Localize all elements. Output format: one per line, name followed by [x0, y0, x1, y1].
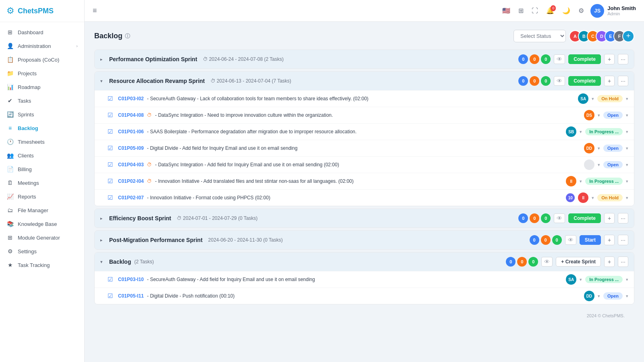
sprint-more-btn[interactable]: ···	[618, 257, 628, 267]
task-expand-icon[interactable]: ▾	[592, 96, 594, 101]
task-id[interactable]: C01P03-I10	[118, 277, 144, 282]
sprint-start-btn[interactable]: Start	[580, 235, 601, 245]
task-id[interactable]: C01P04-I03	[118, 162, 144, 168]
sidebar-item-proposals[interactable]: 📋 Proposals (CoCo)	[0, 53, 84, 66]
task-status-chevron[interactable]: ▾	[626, 162, 628, 168]
sprint-add-btn[interactable]: +	[604, 213, 615, 223]
sidebar-item-clients[interactable]: 👥 Clients	[0, 149, 84, 162]
flag-icon[interactable]: 🇺🇸	[501, 5, 512, 16]
sidebar-item-knowledge-base[interactable]: 📚 Knowledge Base	[0, 217, 84, 231]
task-avatar: DD	[584, 143, 594, 153]
sprint-header[interactable]: ▸ Performance Optimization Sprint ⏱ 2024…	[95, 50, 634, 68]
sidebar-item-projects[interactable]: 📁 Projects	[0, 66, 84, 80]
task-status-badge: In Progress ...	[585, 276, 623, 283]
sidebar-item-task-tracking[interactable]: ★ Task Tracking	[0, 258, 84, 272]
sprint-badges: 0 0 0	[518, 213, 551, 223]
task-status-chevron[interactable]: ▾	[626, 195, 628, 201]
task-status-chevron[interactable]: ▾	[626, 277, 628, 282]
task-status-chevron[interactable]: ▾	[626, 129, 628, 134]
sprint-complete-btn[interactable]: Complete	[568, 213, 601, 223]
notifications-icon[interactable]: 🔔 0	[545, 5, 556, 16]
badge-orange: 0	[530, 76, 539, 86]
sprint-toggle-icon: ▾	[100, 259, 106, 265]
task-status-chevron[interactable]: ▾	[626, 146, 628, 151]
task-checkbox[interactable]: ☑	[108, 128, 115, 135]
fullscreen-icon[interactable]: ⛶	[530, 6, 540, 16]
sprint-date: 2024-06-20 - 2024-11-30 (0 Tasks)	[208, 237, 283, 243]
task-expand-icon[interactable]: ▾	[592, 195, 594, 201]
sidebar-item-timesheets[interactable]: 🕐 Timesheets	[0, 135, 84, 149]
sidebar-item-sprints[interactable]: 🔄 Sprints	[0, 108, 84, 121]
sprint-header[interactable]: ▸ Efficiency Boost Sprint ⏱ 2024-07-01 -…	[95, 209, 634, 228]
sidebar-item-module-generator[interactable]: ⊞ Module Generator	[0, 231, 84, 244]
sprint-add-btn[interactable]: +	[604, 54, 615, 64]
sprint-eye-btn[interactable]: 👁	[541, 257, 553, 267]
sprint-complete-btn[interactable]: Complete	[568, 54, 601, 64]
task-checkbox[interactable]: ☑	[108, 145, 115, 152]
task-expand-icon[interactable]: ▾	[580, 179, 582, 184]
task-checkbox[interactable]: ☑	[108, 95, 115, 102]
sprint-more-btn[interactable]: ···	[618, 235, 628, 245]
task-expand-icon[interactable]: ▾	[598, 113, 600, 118]
task-status-chevron[interactable]: ▾	[626, 294, 628, 299]
apps-icon[interactable]: ⊞	[517, 5, 525, 16]
task-id[interactable]: C01P02-I07	[118, 195, 144, 201]
sprint-more-btn[interactable]: ···	[618, 76, 628, 86]
sprint-header[interactable]: ▾ Resource Allocation Revamp Sprint ⏱ 20…	[95, 72, 634, 90]
sprint-create-btn[interactable]: + Create Sprint	[556, 257, 601, 267]
hamburger-button[interactable]: ≡	[93, 6, 97, 15]
sprint-eye-btn[interactable]: 👁	[565, 235, 576, 245]
task-id[interactable]: C01P04-I08	[118, 112, 144, 118]
sprint-badges: 0 0 0	[530, 235, 562, 245]
sprint-eye-btn[interactable]: 👁	[554, 76, 565, 86]
sidebar-item-backlog[interactable]: ≡ Backlog	[0, 121, 84, 135]
add-member-button[interactable]: +	[622, 30, 634, 42]
task-checkbox[interactable]: ☑	[108, 112, 115, 119]
task-expand-icon[interactable]: ▾	[598, 162, 600, 168]
badge-blue: 0	[518, 213, 528, 223]
task-id[interactable]: C01P05-I09	[118, 145, 144, 151]
sidebar-item-tasks[interactable]: ✔ Tasks	[0, 94, 84, 108]
sprint-add-btn[interactable]: +	[604, 76, 615, 86]
task-id[interactable]: C01P01-I06	[118, 129, 144, 134]
task-status-chevron[interactable]: ▾	[626, 113, 628, 118]
task-checkbox[interactable]: ☑	[108, 276, 115, 283]
sprint-add-btn[interactable]: +	[604, 257, 615, 267]
task-checkbox[interactable]: ☑	[108, 178, 115, 185]
task-checkbox[interactable]: ☑	[108, 292, 115, 300]
sidebar-item-meetings[interactable]: 🗓 Meetings	[0, 176, 84, 190]
settings-icon[interactable]: ⚙	[577, 5, 586, 16]
task-id[interactable]: C01P02-I04	[118, 178, 144, 184]
sidebar-item-reports[interactable]: 📈 Reports	[0, 190, 84, 203]
task-id[interactable]: C01P03-I02	[118, 96, 144, 101]
nav-icon-backlog: ≡	[6, 125, 14, 131]
nav-label-module-generator: Module Generator	[18, 235, 60, 241]
task-checkbox[interactable]: ☑	[108, 161, 115, 168]
task-checkbox[interactable]: ☑	[108, 194, 115, 201]
sidebar-item-administration[interactable]: 👤 Administration ›	[0, 39, 84, 53]
task-expand-icon[interactable]: ▾	[580, 277, 582, 282]
sprint-header[interactable]: ▸ Post-Migration Performance Sprint 2024…	[95, 231, 634, 249]
sprint-more-btn[interactable]: ···	[618, 213, 628, 223]
task-status-chevron[interactable]: ▾	[626, 179, 628, 184]
info-icon[interactable]: ⓘ	[125, 33, 130, 40]
sidebar-item-roadmap[interactable]: 📊 Roadmap	[0, 80, 84, 94]
sprint-eye-btn[interactable]: 👁	[554, 213, 565, 223]
task-expand-icon[interactable]: ▾	[580, 129, 582, 134]
sprint-complete-btn[interactable]: Complete	[568, 76, 601, 86]
task-expand-icon[interactable]: ▾	[598, 294, 600, 299]
task-expand-icon[interactable]: ▾	[598, 146, 600, 151]
sprint-more-btn[interactable]: ···	[618, 54, 628, 64]
user-menu[interactable]: JS John Smith Admin	[590, 4, 636, 18]
sprint-header[interactable]: ▾ Backlog (2 Tasks) 0 0 0 👁 + Create Spr…	[95, 252, 634, 271]
dark-mode-icon[interactable]: 🌙	[561, 5, 572, 16]
status-select[interactable]: Select Status Open In Progress On Hold C…	[514, 30, 566, 42]
sprint-eye-btn[interactable]: 👁	[554, 54, 565, 64]
sidebar-item-settings[interactable]: ⚙ Settings	[0, 244, 84, 258]
sidebar-item-file-manager[interactable]: 🗂 File Manager	[0, 203, 84, 217]
sidebar-item-dashboard[interactable]: ⊞ Dashboard	[0, 25, 84, 39]
task-status-chevron[interactable]: ▾	[626, 96, 628, 101]
task-id[interactable]: C01P05-I11	[118, 293, 144, 299]
sidebar-item-billing[interactable]: 📄 Billing	[0, 162, 84, 176]
sprint-add-btn[interactable]: +	[604, 235, 615, 245]
